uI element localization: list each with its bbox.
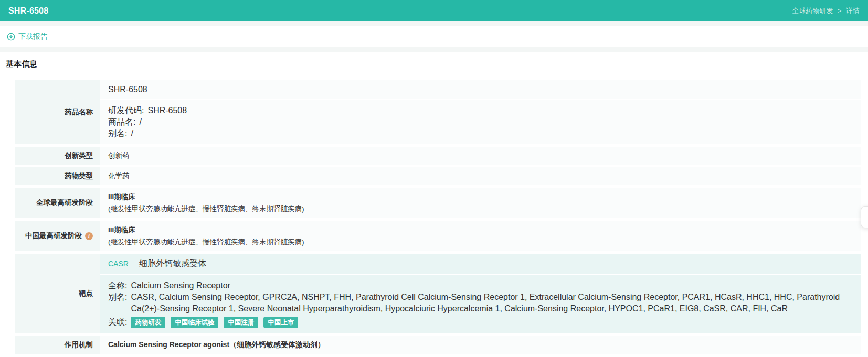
rd-code-line: 研发代码: SHR-6508 (108, 105, 852, 116)
target-alias-line: 别名: CASR, Calcium Sensing Receptor, GPRC… (108, 291, 852, 315)
rd-code-label: 研发代码: (108, 105, 144, 116)
innovation-type-value: 创新药 (100, 147, 861, 165)
info-icon[interactable]: i (85, 232, 93, 240)
drug-name-value: SHR-6508 研发代码: SHR-6508 商品名: / 别名: / (100, 80, 861, 144)
relation-tag-drug-rd[interactable]: 药物研发 (131, 317, 165, 328)
table-row-global-stage: 全球最高研发阶段 III期临床 (继发性甲状旁腺功能亢进症、慢性肾脏疾病、终末期… (15, 188, 861, 218)
china-stage-label: 中国最高研发阶段 (25, 231, 82, 241)
breadcrumb: 全球药物研发 > 详情 (792, 6, 860, 16)
relation-tag-china-registration[interactable]: 中国注册 (224, 317, 258, 328)
mechanism-value: Calcium Sensing Receptor agonist（细胞外钙敏感受… (100, 336, 861, 354)
target-relation-line: 关联: 药物研发 中国临床试验 中国注册 中国上市 (108, 316, 852, 329)
table-row-drug-type: 药物类型 化学药 (15, 167, 861, 185)
china-stage-name: III期临床 (108, 224, 304, 236)
china-stage-indications: (继发性甲状旁腺功能亢进症、慢性肾脏疾病、终末期肾脏疾病) (108, 236, 304, 248)
row-label-innovation-type: 创新类型 (15, 147, 100, 165)
global-stage-indications: (继发性甲状旁腺功能亢进症、慢性肾脏疾病、终末期肾脏疾病) (108, 203, 304, 215)
drug-type-value: 化学药 (100, 167, 861, 185)
page-title: SHR-6508 (8, 6, 48, 16)
target-relation-label: 关联: (108, 316, 127, 329)
toolbar: 下载报告 (0, 26, 868, 47)
row-label-mechanism: 作用机制 (15, 336, 100, 354)
table-row-mechanism: 作用机制 Calcium Sensing Receptor agonist（细胞… (15, 336, 861, 354)
trade-name-label: 商品名: (108, 116, 135, 128)
target-gene-link[interactable]: CASR (108, 259, 129, 268)
section-title: 基本信息 (0, 52, 868, 69)
relation-tag-china-trials[interactable]: 中国临床试验 (171, 317, 218, 328)
target-fullname-label: 全称: (108, 280, 127, 291)
drug-name-detail: 研发代码: SHR-6508 商品名: / 别名: / (100, 100, 861, 144)
alias-label: 别名: (108, 128, 127, 139)
download-report-button[interactable]: 下载报告 (7, 32, 48, 41)
target-alias-label: 别名: (108, 291, 127, 315)
table-row-innovation-type: 创新类型 创新药 (15, 147, 861, 165)
row-label-global-stage: 全球最高研发阶段 (15, 188, 100, 218)
table-row-target: 靶点 CASR 细胞外钙敏感受体 全称: Calcium Sensing Rec… (15, 254, 861, 333)
trade-name-line: 商品名: / (108, 116, 852, 128)
target-detail-band: 全称: Calcium Sensing Receptor 别名: CASR, C… (100, 275, 861, 333)
alias-value: / (131, 128, 852, 139)
row-label-target: 靶点 (15, 254, 100, 333)
alias-line: 别名: / (108, 128, 852, 139)
breadcrumb-current: 详情 (846, 7, 860, 15)
drug-name-primary: SHR-6508 (100, 80, 861, 99)
row-label-drug-type: 药物类型 (15, 167, 100, 185)
download-icon (7, 33, 15, 41)
basic-info-card: 基本信息 药品名称 SHR-6508 研发代码: SHR-6508 商品名: / (0, 52, 868, 357)
table-row-drug-name: 药品名称 SHR-6508 研发代码: SHR-6508 商品名: / 别名: … (15, 80, 861, 144)
relation-tag-china-listed[interactable]: 中国上市 (263, 317, 298, 328)
basic-info-table: 药品名称 SHR-6508 研发代码: SHR-6508 商品名: / 别名: … (15, 80, 861, 354)
global-stage-value: III期临床 (继发性甲状旁腺功能亢进症、慢性肾脏疾病、终末期肾脏疾病) (100, 188, 861, 218)
row-label-drug-name: 药品名称 (15, 80, 100, 144)
row-label-china-stage: 中国最高研发阶段 i (15, 221, 100, 251)
target-fullname-value: Calcium Sensing Receptor (131, 280, 852, 291)
china-stage-value: III期临床 (继发性甲状旁腺功能亢进症、慢性肾脏疾病、终末期肾脏疾病) (100, 221, 861, 251)
global-stage-name: III期临床 (108, 191, 304, 203)
download-report-label: 下载报告 (18, 32, 48, 41)
trade-name-value: / (139, 116, 852, 128)
target-gene-band: CASR 细胞外钙敏感受体 (100, 254, 861, 274)
target-fullname-line: 全称: Calcium Sensing Receptor (108, 280, 852, 291)
breadcrumb-parent-link[interactable]: 全球药物研发 (792, 7, 833, 15)
target-gene-name-cn: 细胞外钙敏感受体 (139, 259, 206, 268)
breadcrumb-separator: > (838, 7, 842, 15)
side-drawer-handle[interactable] (861, 206, 868, 228)
rd-code-value: SHR-6508 (147, 105, 852, 116)
target-value: CASR 细胞外钙敏感受体 全称: Calcium Sensing Recept… (100, 254, 861, 333)
target-alias-value: CASR, Calcium Sensing Receptor, GPRC2A, … (131, 291, 852, 315)
table-row-china-stage: 中国最高研发阶段 i III期临床 (继发性甲状旁腺功能亢进症、慢性肾脏疾病、终… (15, 221, 861, 251)
page-header: SHR-6508 全球药物研发 > 详情 (0, 0, 868, 21)
